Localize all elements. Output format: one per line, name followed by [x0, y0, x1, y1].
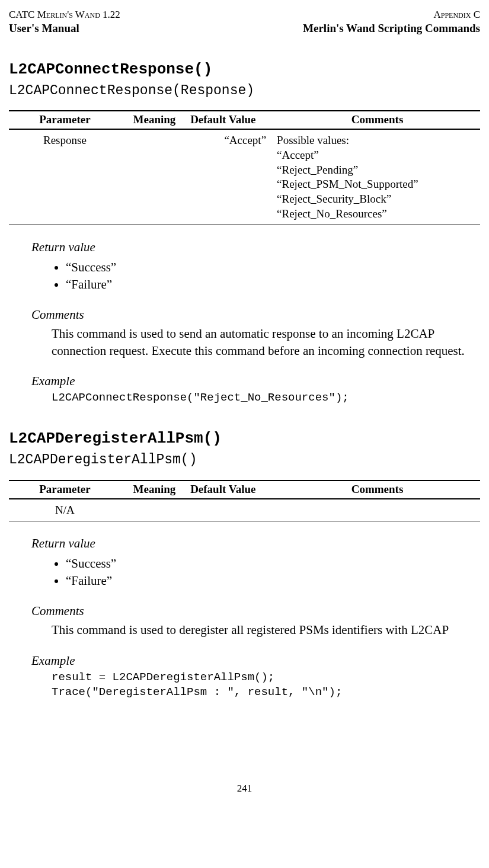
th-comments: Comments — [269, 481, 480, 499]
cmd2-return-value-label: Return value — [31, 536, 480, 552]
cmd1-signature: L2CAPConnectResponse(Response) — [9, 82, 480, 100]
cell-parameter: Response — [9, 129, 121, 225]
th-meaning: Meaning — [121, 481, 188, 499]
cell-meaning — [121, 129, 188, 225]
cmd2-example-code: result = L2CAPDeregisterAllPsm(); Trace(… — [52, 670, 480, 699]
header-top-right: Appendix C — [433, 8, 480, 21]
cmd2-return-values: “Success” “Failure” — [9, 556, 480, 590]
cmd2-signature: L2CAPDeregisterAllPsm() — [9, 451, 480, 469]
page-header-bottom: User's Manual Merlin's Wand Scripting Co… — [9, 21, 480, 36]
cmd1-return-value-label: Return value — [31, 239, 480, 255]
page-header-top: CATC Merlin's Wand 1.22 Appendix C — [9, 8, 480, 21]
cmd2-comments-label: Comments — [31, 603, 480, 619]
header-bottom-right: Merlin's Wand Scripting Commands — [303, 21, 480, 36]
th-comments: Comments — [269, 111, 480, 129]
cmd1-return-values: “Success” “Failure” — [9, 260, 480, 293]
cell-default: “Accept” — [188, 129, 269, 225]
list-item: “Failure” — [66, 277, 480, 293]
th-parameter: Parameter — [9, 111, 121, 129]
cell-comments — [269, 499, 480, 521]
th-parameter: Parameter — [9, 481, 121, 499]
table-row: N/A — [9, 499, 480, 521]
cmd1-param-table: Parameter Meaning Default Value Comments… — [9, 110, 480, 225]
cell-comments: Possible values: “Accept” “Reject_Pendin… — [269, 129, 480, 225]
list-item: “Failure” — [66, 573, 480, 589]
list-item: “Success” — [66, 260, 480, 276]
cmd1-title: L2CAPConnectResponse() — [9, 60, 480, 80]
cmd1-comments-body: This command is used to send an automati… — [52, 325, 480, 359]
th-meaning: Meaning — [121, 111, 188, 129]
cell-parameter: N/A — [9, 499, 121, 521]
cmd1-example-code: L2CAPConnectResponse("Reject_No_Resource… — [52, 390, 480, 405]
th-default: Default Value — [188, 111, 269, 129]
header-bottom-left: User's Manual — [9, 21, 79, 36]
cmd2-example-label: Example — [31, 653, 480, 669]
page-number: 241 — [9, 782, 480, 795]
list-item: “Success” — [66, 556, 480, 572]
cmd1-comments-label: Comments — [31, 307, 480, 323]
cmd1-example-label: Example — [31, 373, 480, 389]
th-default: Default Value — [188, 481, 269, 499]
cell-meaning — [121, 499, 188, 521]
cmd2-title: L2CAPDeregisterAllPsm() — [9, 429, 480, 449]
table-row: Response “Accept” Possible values: “Acce… — [9, 129, 480, 225]
cmd2-param-table: Parameter Meaning Default Value Comments… — [9, 480, 480, 521]
cmd2-comments-body: This command is used to deregister all r… — [52, 622, 480, 638]
cell-default — [188, 499, 269, 521]
header-top-left: CATC Merlin's Wand 1.22 — [9, 8, 120, 21]
